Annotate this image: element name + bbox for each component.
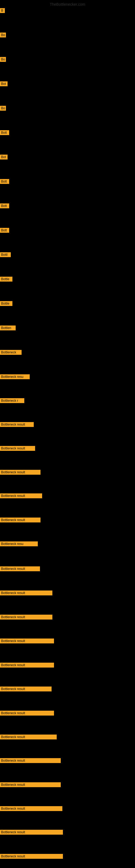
list-item: Bottleneck (0, 350, 21, 355)
list-item: Bottleneck result (0, 470, 41, 475)
list-item: Bott (0, 179, 9, 184)
list-item: Bottleneck result (0, 735, 57, 739)
list-item: Bottleneck result (0, 590, 52, 595)
list-item: Bottleneck result (0, 446, 35, 451)
list-item: Bottleneck r (0, 398, 24, 403)
list-item: Bo (0, 106, 6, 111)
list-item: Bottleneck result (0, 615, 52, 620)
list-item: Bottleneck result (0, 854, 63, 859)
list-item: Bottle (0, 301, 12, 306)
list-item: Bot (0, 82, 8, 86)
list-item: Bottl (0, 252, 11, 257)
list-item: Bottleneck result (0, 663, 54, 668)
list-item: Bottlen (0, 326, 16, 330)
list-item: Bott (0, 228, 9, 233)
list-item: Bottleneck result (0, 639, 54, 643)
list-item: Bottle (0, 277, 12, 282)
list-item: Bottleneck result (0, 422, 34, 427)
list-item: Bottleneck result (0, 711, 54, 716)
list-item: Bottleneck result (0, 782, 61, 787)
list-item: Bottleneck result (0, 686, 52, 691)
list-item: Bottleneck result (0, 830, 63, 835)
list-item: Bottleneck result (0, 518, 41, 522)
list-item: Bottleneck resu (0, 374, 30, 379)
list-item: Bo (0, 33, 6, 37)
list-item: Bo (0, 57, 6, 62)
list-item: B (0, 8, 5, 13)
list-item: Bott (0, 130, 9, 135)
list-item: Bot (0, 155, 8, 159)
list-item: Bottleneck result (0, 493, 42, 498)
list-item: Bott (0, 204, 9, 208)
list-item: Bottleneck result (0, 806, 62, 811)
list-item: Bottleneck result (0, 758, 61, 763)
list-item: Bottleneck resu (0, 541, 38, 546)
site-title: TheBottlenecker.com (50, 2, 85, 6)
list-item: Bottleneck result (0, 566, 40, 571)
